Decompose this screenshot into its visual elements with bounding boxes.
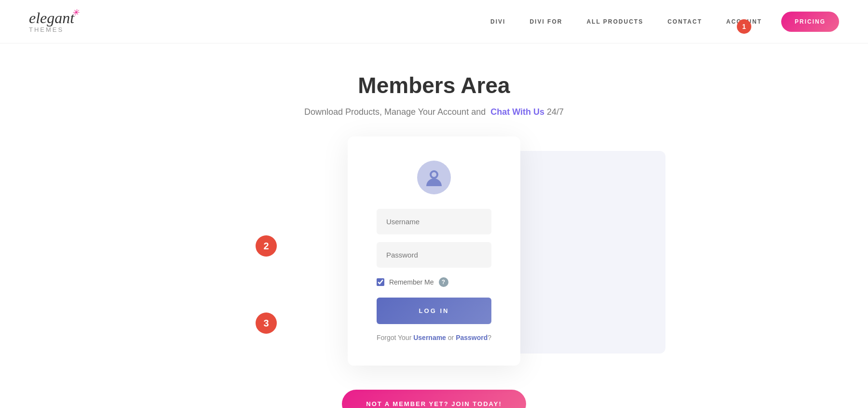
logo-star: ✳	[72, 8, 79, 17]
nav-divi-for[interactable]: DIVI FOR	[529, 18, 562, 25]
site-header: elegant✳ themes DIVI DIVI FOR ALL PRODUC…	[0, 0, 868, 43]
forgot-prefix: Forgot Your	[377, 334, 411, 341]
main-content: Members Area Download Products, Manage Y…	[0, 43, 868, 408]
remember-me-checkbox[interactable]	[377, 278, 384, 286]
pricing-button[interactable]: PRICING	[781, 12, 839, 32]
forgot-or: or	[448, 334, 454, 341]
nav-divi[interactable]: DIVI	[490, 18, 505, 25]
main-nav: DIVI DIVI FOR ALL PRODUCTS CONTACT ACCOU…	[490, 18, 762, 25]
nav-account-wrapper: ACCOUNT 1	[726, 18, 762, 25]
forgot-text: Forgot Your Username or Password?	[377, 334, 491, 341]
logo-tagline: themes	[29, 27, 74, 33]
annotation-badge-2: 2	[256, 235, 277, 257]
chat-link[interactable]: Chat With Us	[490, 107, 544, 117]
user-avatar-icon	[417, 161, 451, 194]
login-button[interactable]: LOG IN	[377, 298, 491, 324]
forgot-suffix: ?	[488, 334, 491, 341]
login-card: Remember Me ? LOG IN Forgot Your Usernam…	[348, 136, 520, 366]
nav-contact[interactable]: CONTACT	[667, 18, 702, 25]
logo-brand: elegant	[29, 9, 74, 27]
subtitle-suffix: 24/7	[547, 107, 564, 117]
join-button[interactable]: NOT A MEMBER YET? JOIN TODAY!	[342, 390, 526, 408]
password-field-group	[377, 242, 491, 268]
username-input[interactable]	[377, 209, 491, 234]
svg-point-1	[432, 172, 436, 177]
logo[interactable]: elegant✳ themes	[29, 10, 74, 33]
username-field-group	[377, 209, 491, 234]
help-icon[interactable]: ?	[439, 277, 448, 287]
forgot-password-link[interactable]: Password	[456, 334, 488, 341]
nav-all-products[interactable]: ALL PRODUCTS	[586, 18, 643, 25]
password-input[interactable]	[377, 242, 491, 268]
remember-me-row: Remember Me ?	[377, 277, 491, 287]
forgot-username-link[interactable]: Username	[413, 334, 446, 341]
account-notification-badge: 1	[737, 19, 751, 34]
login-section: 2 3	[217, 136, 651, 408]
remember-me-label: Remember Me	[389, 278, 434, 286]
subtitle-prefix: Download Products, Manage Your Account a…	[304, 107, 486, 117]
header-right: DIVI DIVI FOR ALL PRODUCTS CONTACT ACCOU…	[490, 12, 839, 32]
page-title: Members Area	[358, 72, 510, 98]
annotation-badge-3: 3	[256, 313, 277, 334]
page-subtitle: Download Products, Manage Your Account a…	[304, 107, 564, 117]
